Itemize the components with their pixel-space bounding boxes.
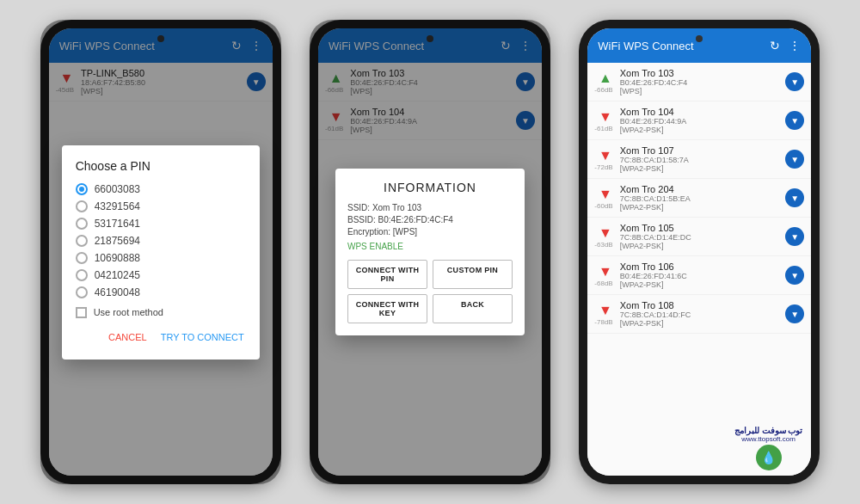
expand-3-0[interactable]: ▼ — [785, 72, 804, 91]
network-3-4[interactable]: ▼ -63dB Xom Tro 105 7C:8B:CA:D1:4E:DC [W… — [587, 218, 811, 256]
db-3-6: -78dB — [594, 318, 612, 326]
network-list-3: ▲ -66dB Xom Tro 103 B0:4E:26:FD:4C:F4 [W… — [587, 63, 811, 476]
custom-pin-button[interactable]: CUSTOM PIN — [433, 260, 513, 289]
radio-6[interactable] — [76, 286, 88, 298]
info-3-6: Xom Tro 108 7C:8B:CA:D1:4D:FC [WPA2-PSK] — [620, 300, 786, 328]
bssid-3-0: B0:4E:26:FD:4C:F4 — [620, 78, 786, 87]
pin-value-0: 66003083 — [95, 183, 140, 195]
name-3-3: Xom Tro 204 — [620, 184, 786, 194]
ssid-value: Xom Tro 103 — [372, 203, 421, 212]
name-3-4: Xom Tro 105 — [620, 223, 786, 233]
phone-3: WiFi WPS Connect ↻ ⋮ ▲ -66dB Xom Tro 103… — [579, 20, 820, 484]
pin-dialog-overlay: Choose a PIN 66003083 43291564 531716 — [49, 28, 273, 476]
db-3-1: -61dB — [594, 125, 612, 132]
signal-3-3: ▼ — [599, 187, 612, 202]
watermark: توب سوفت للبرامج www.ttopsoft.com 💧 — [734, 426, 803, 470]
info-3-4: Xom Tro 105 7C:8B:CA:D1:4E:DC [WPA2-PSK] — [620, 223, 786, 250]
sec-3-4: [WPA2-PSK] — [620, 242, 786, 250]
pin-value-1: 43291564 — [95, 200, 140, 212]
radio-0[interactable] — [76, 183, 88, 195]
network-3-0[interactable]: ▲ -66dB Xom Tro 103 B0:4E:26:FD:4C:F4 [W… — [587, 63, 811, 101]
db-3-4: -63dB — [594, 241, 612, 249]
back-button[interactable]: BACK — [433, 294, 513, 323]
root-method-label: Use root method — [94, 307, 163, 317]
radio-5[interactable] — [76, 269, 88, 281]
radio-2[interactable] — [76, 218, 88, 230]
network-3-6[interactable]: ▼ -78dB Xom Tro 108 7C:8B:CA:D1:4D:FC [W… — [587, 295, 811, 334]
network-3-3[interactable]: ▼ -60dB Xom Tro 204 7C:8B:CA:D1:5B:EA [W… — [587, 179, 811, 218]
watermark-line1: توب سوفت للبرامج — [734, 426, 803, 435]
signal-3-2: ▼ — [599, 148, 612, 163]
root-method-row[interactable]: Use root method — [76, 307, 246, 318]
db-3-5: -68dB — [594, 280, 612, 287]
sec-3-0: [WPS] — [620, 87, 786, 95]
info-enc-row: Encryption: [WPS] — [347, 227, 513, 237]
bssid-3-3: 7C:8B:CA:D1:5B:EA — [620, 194, 786, 203]
bssid-3-4: 7C:8B:CA:D1:4E:DC — [620, 233, 786, 242]
network-3-5[interactable]: ▼ -68dB Xom Tro 106 B0:4E:26:FD:41:6C [W… — [587, 256, 811, 295]
pin-dialog-title: Choose a PIN — [76, 159, 246, 173]
expand-3-3[interactable]: ▼ — [785, 188, 804, 207]
network-3-2[interactable]: ▼ -72dB Xom Tro 107 7C:8B:CA:D1:58:7A [W… — [587, 140, 811, 179]
app-title-3: WiFi WPS Connect — [598, 40, 693, 52]
pin-option-5[interactable]: 04210245 — [76, 269, 246, 281]
name-3-5: Xom Tro 106 — [620, 261, 786, 272]
pin-option-4[interactable]: 10690888 — [76, 252, 246, 264]
bssid-3-5: B0:4E:26:FD:41:6C — [620, 272, 786, 280]
name-3-0: Xom Tro 103 — [620, 68, 786, 78]
info-3-2: Xom Tro 107 7C:8B:CA:D1:58:7A [WPA2-PSK] — [620, 145, 786, 173]
app-bar-icons-3: ↻ ⋮ — [770, 39, 801, 52]
network-3-1[interactable]: ▼ -61dB Xom Tro 104 B0:4E:26:FD:44:9A [W… — [587, 101, 811, 140]
bssid-value: B0:4E:26:FD:4C:F4 — [378, 215, 453, 224]
refresh-icon-3[interactable]: ↻ — [770, 39, 780, 52]
pin-option-6[interactable]: 46190048 — [76, 286, 246, 298]
root-method-checkbox[interactable] — [76, 307, 87, 318]
db-3-2: -72dB — [594, 163, 612, 171]
pin-value-6: 46190048 — [95, 286, 140, 298]
phone-1: WiFi WPS Connect ↻ ⋮ ▼ -45dB TP-LINK_B58… — [40, 20, 281, 484]
radio-3[interactable] — [76, 235, 88, 247]
sec-3-1: [WPA2-PSK] — [620, 126, 786, 134]
sec-3-3: [WPA2-PSK] — [620, 203, 786, 212]
info-3-5: Xom Tro 106 B0:4E:26:FD:41:6C [WPA2-PSK] — [620, 261, 786, 289]
info-3-3: Xom Tro 204 7C:8B:CA:D1:5B:EA [WPA2-PSK] — [620, 184, 786, 212]
info-dialog: INFORMATION SSID: Xom Tro 103 BSSID: B0:… — [335, 169, 525, 335]
expand-3-5[interactable]: ▼ — [785, 266, 804, 285]
watermark-logo: 💧 — [756, 445, 782, 470]
signal-3-5: ▼ — [599, 264, 612, 280]
expand-3-6[interactable]: ▼ — [785, 304, 804, 323]
radio-1[interactable] — [76, 200, 88, 212]
menu-icon-3[interactable]: ⋮ — [789, 39, 801, 52]
info-dialog-overlay: INFORMATION SSID: Xom Tro 103 BSSID: B0:… — [318, 28, 542, 476]
pin-option-0[interactable]: 66003083 — [76, 183, 246, 195]
info-btn-row-1: CONNECT WITH PIN CUSTOM PIN — [347, 260, 513, 289]
pin-option-3[interactable]: 21875694 — [76, 235, 246, 247]
expand-3-2[interactable]: ▼ — [785, 150, 804, 169]
bssid-3-1: B0:4E:26:FD:44:9A — [620, 117, 786, 126]
pin-option-2[interactable]: 53171641 — [76, 218, 246, 230]
expand-3-1[interactable]: ▼ — [785, 111, 804, 130]
bssid-3-2: 7C:8B:CA:D1:58:7A — [620, 156, 786, 164]
app-bar-3: WiFi WPS Connect ↻ ⋮ — [587, 28, 811, 63]
pin-value-4: 10690888 — [95, 252, 140, 264]
try-connect-button[interactable]: TRY TO CONNECT — [159, 329, 246, 346]
ssid-label: SSID: — [347, 203, 372, 212]
pin-value-2: 53171641 — [95, 218, 140, 230]
sec-3-5: [WPA2-PSK] — [620, 280, 786, 289]
watermark-line2: www.ttopsoft.com — [741, 435, 796, 443]
pin-dialog-actions: CANCEL TRY TO CONNECT — [76, 329, 246, 346]
connect-pin-button[interactable]: CONNECT WITH PIN — [347, 260, 427, 289]
expand-3-4[interactable]: ▼ — [785, 227, 804, 246]
radio-4[interactable] — [76, 252, 88, 264]
signal-3-0: ▲ — [599, 71, 612, 86]
name-3-2: Xom Tro 107 — [620, 145, 786, 156]
name-3-1: Xom Tro 104 — [620, 107, 786, 117]
sec-3-6: [WPA2-PSK] — [620, 319, 786, 328]
pin-option-1[interactable]: 43291564 — [76, 200, 246, 212]
connect-key-button[interactable]: CONNECT WITH KEY — [347, 294, 427, 323]
pin-dialog: Choose a PIN 66003083 43291564 531716 — [62, 145, 260, 360]
signal-3-4: ▼ — [599, 225, 612, 241]
bssid-label: BSSID: — [347, 215, 378, 224]
name-3-6: Xom Tro 108 — [620, 300, 786, 310]
cancel-button[interactable]: CANCEL — [107, 329, 149, 346]
